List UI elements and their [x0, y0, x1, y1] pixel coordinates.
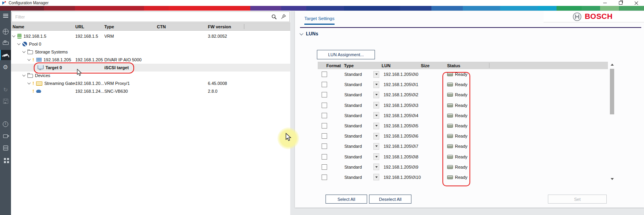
lun-disk-icon [447, 93, 453, 97]
save-icon[interactable] [0, 96, 11, 106]
devices-icon[interactable] [0, 38, 11, 48]
cctv-camera-icon[interactable] [0, 50, 11, 60]
grid-view-icon[interactable] [0, 154, 11, 165]
dropdown-arrow-icon[interactable] [373, 153, 379, 160]
dropdown-arrow-icon[interactable] [373, 92, 379, 98]
lun-checkbox[interactable] [322, 154, 327, 160]
column-header-ctn[interactable]: CTN [157, 24, 208, 29]
dropdown-arrow-icon[interactable] [373, 71, 379, 78]
lun-checkbox[interactable] [322, 82, 327, 87]
lun-type-dropdown-cell [373, 81, 381, 88]
column-header-type[interactable]: Type [104, 24, 157, 29]
lun-status-cell: Ready [444, 134, 468, 138]
menu-icon[interactable] [0, 11, 11, 21]
lun-checkbox[interactable] [322, 72, 327, 77]
column-header-fw[interactable]: FW version [208, 24, 244, 29]
dropdown-arrow-icon[interactable] [373, 164, 379, 170]
tree-row-name-cell: Storage Systems [11, 50, 75, 54]
column-header-status[interactable]: Status [444, 63, 608, 68]
expander-chevron-icon[interactable] [12, 34, 15, 37]
scroll-down-icon[interactable] [611, 178, 614, 180]
lun-status-text: Ready [455, 113, 468, 118]
lun-checkbox[interactable] [322, 133, 327, 139]
expander-chevron-icon[interactable] [22, 50, 25, 53]
deselect-all-button[interactable]: Deselect All [369, 195, 411, 204]
column-header-type[interactable]: Type [340, 63, 381, 68]
column-divider[interactable] [244, 24, 244, 29]
lun-checkbox[interactable] [322, 175, 327, 180]
lun-checkbox[interactable] [322, 92, 327, 97]
expander-chevron-icon[interactable] [27, 57, 31, 61]
tree-row[interactable]: ! Streaming Gatew... 192.168.1.20... VRM… [11, 79, 290, 87]
lun-status-text: Ready [455, 92, 468, 97]
lun-status-text: Ready [455, 123, 468, 128]
target-settings-panel: Target Settings BOSCH LUNs LUN Assignmen… [295, 11, 644, 208]
tree-row[interactable]: ! 192.168.1.205 192.168.1.205 DIVAR IP A… [11, 56, 290, 64]
accent-bar [0, 6, 644, 11]
scroll-up-icon[interactable] [611, 64, 614, 66]
close-button[interactable] [628, 0, 644, 6]
tree-table-header: Name URL Type CTN FW version [11, 22, 290, 31]
video-camera-icon[interactable] [0, 131, 11, 141]
restore-button[interactable] [613, 0, 628, 6]
accent-segment [75, 6, 144, 11]
luns-section-header[interactable]: LUNs [300, 31, 318, 37]
tree-item-type: iSCSI target [104, 65, 157, 70]
lun-disk-icon [447, 134, 453, 138]
select-all-button[interactable]: Select All [326, 195, 367, 204]
lun-checkbox[interactable] [322, 103, 327, 108]
dropdown-arrow-icon[interactable] [373, 133, 379, 140]
info-icon[interactable] [0, 119, 11, 129]
filter-icons [271, 14, 286, 20]
tree-row[interactable]: Pool 0 [11, 40, 290, 48]
dropdown-arrow-icon[interactable] [373, 102, 379, 108]
tree-row[interactable]: 192.168.1.5 192.168.1.5 VRM 3.82.0052 [11, 32, 290, 40]
tree-item-fw: 3.82.0052 [208, 34, 244, 39]
tree-item-name: Devices [35, 73, 50, 78]
expander-chevron-icon[interactable] [17, 42, 20, 45]
lun-row-checkbox-cell [318, 72, 340, 77]
dropdown-arrow-icon[interactable] [373, 174, 379, 180]
lun-checkbox[interactable] [322, 113, 327, 118]
tree-row[interactable]: ! 192.168.1.24... SNC-VB630 2.8.0 [11, 87, 290, 95]
lun-assignment-button[interactable]: LUN Assignment... [317, 50, 375, 59]
info-glyph [3, 121, 8, 127]
lun-type-value: Standard [340, 72, 373, 77]
reload-icon[interactable]: ↻ [0, 85, 11, 95]
expander-chevron-icon[interactable] [22, 73, 25, 76]
tree-row[interactable]: Storage Systems [11, 48, 290, 56]
dropdown-arrow-icon[interactable] [373, 143, 379, 150]
pin-icon[interactable] [281, 14, 286, 20]
tree-item-name: Storage Systems [35, 50, 68, 54]
search-icon[interactable] [271, 14, 277, 20]
expander-chevron-icon[interactable] [27, 81, 31, 84]
tree-row[interactable]: Target 0 iSCSI target [11, 64, 290, 72]
column-header-lun[interactable]: LUN [381, 63, 418, 68]
scrollbar-thumb[interactable] [610, 69, 614, 114]
tab-target-settings[interactable]: Target Settings [304, 16, 335, 25]
dropdown-arrow-icon[interactable] [373, 112, 379, 119]
network-scan-icon[interactable] [0, 26, 11, 37]
lun-checkbox[interactable] [322, 143, 327, 149]
tree-item-type: VRM Proxy/1 [104, 81, 157, 86]
column-header-size[interactable]: Size [418, 63, 444, 68]
filter-input[interactable] [12, 14, 271, 20]
column-header-format[interactable]: Format [318, 63, 340, 68]
tree-item-type: SNC-VB630 [104, 89, 157, 94]
lun-checkbox[interactable] [322, 164, 327, 170]
column-header-name[interactable]: Name [11, 24, 75, 29]
dropdown-arrow-icon[interactable] [373, 123, 379, 129]
lun-table-scrollbar[interactable] [609, 62, 615, 181]
settings-icon[interactable]: ⚙ [0, 62, 11, 72]
set-button[interactable]: Set [548, 195, 607, 204]
accent-segment [463, 6, 500, 11]
lun-status-text: Ready [455, 154, 468, 159]
column-header-url[interactable]: URL [75, 24, 104, 29]
tree-row[interactable]: Devices [11, 72, 290, 79]
lun-type-dropdown-cell [373, 164, 381, 170]
storage-icon[interactable] [0, 143, 11, 153]
minimize-button[interactable] [597, 0, 613, 6]
dropdown-arrow-icon[interactable] [373, 81, 379, 88]
tree-item-type: VRM [104, 34, 157, 39]
lun-checkbox[interactable] [322, 123, 327, 129]
